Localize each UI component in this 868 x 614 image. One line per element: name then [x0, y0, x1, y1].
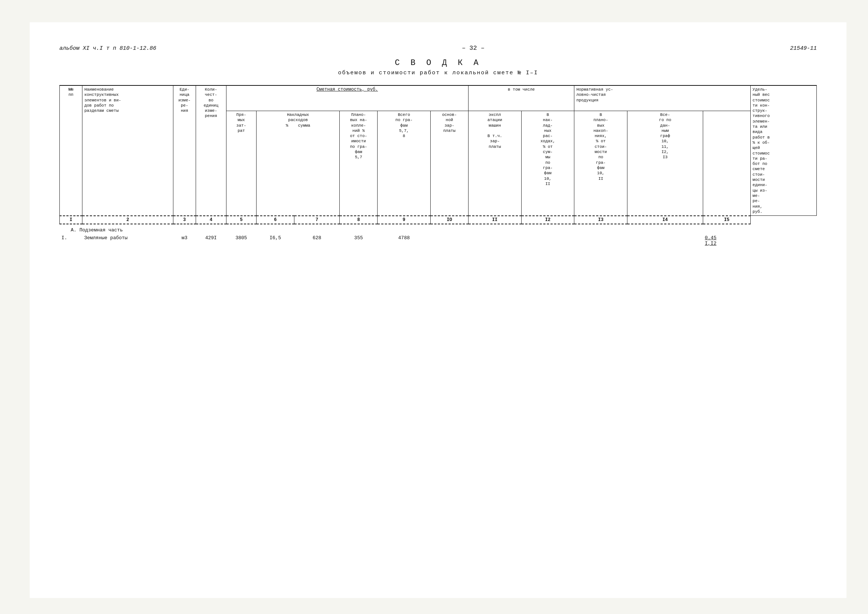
row-unit: м3 — [173, 234, 196, 247]
page: альбом XI ч.I т п 810-1-12.86 – 32 – 215… — [30, 22, 846, 598]
title-block: С В О Д К А объемов и стоимости работ к … — [59, 58, 817, 76]
col-header-in-overhead: Внак-лад-ныхрас-ходах,% отсум-мыпогра-фа… — [521, 111, 574, 215]
col-num-1: I — [60, 216, 82, 224]
title-sub: объемов и стоимости работ к локальной см… — [59, 70, 817, 76]
col-header-qty: Коли-чест-воединицизме-рения — [196, 85, 226, 216]
col-num-14: I4 — [628, 216, 703, 224]
col-header-incl-span: в том числе — [468, 85, 574, 111]
col-header-overhead: Накладныхрасходов% сумма — [257, 111, 340, 215]
col-header-direct: Пря-мыхзат-рат — [226, 111, 257, 215]
header-row-top: №№пп Наименованиеконструктивныхэлементов… — [60, 85, 817, 111]
col-header-unit: Еди-ницаизме-ре-ния — [173, 85, 196, 216]
row-in-planned — [574, 234, 628, 247]
row-base-wage — [431, 234, 468, 247]
bottom-spacer — [60, 247, 817, 359]
row-in-overhead — [521, 234, 574, 247]
row-total: 4788 — [378, 234, 431, 247]
spacer — [60, 247, 751, 359]
title-main: С В О Д К А — [59, 58, 817, 68]
col-header-mach: эксплатациимашинВ т.ч.зар-платы — [468, 111, 521, 215]
col-num-5: 5 — [226, 216, 257, 224]
row-all-data — [628, 234, 703, 247]
table-row: I. Земляные работы м3 429I 3805 I6,5 628… — [60, 234, 817, 247]
col-num-11: II — [468, 216, 521, 224]
col-header-planned: Плано-вых на-копле-ний %от сто-имостипо … — [340, 111, 378, 215]
section-label-a: А. Подземная часть — [60, 224, 751, 234]
col-header-all-data: Все-го подан-нымграф10,11,I2,I3 — [628, 111, 703, 215]
col-num-9: 9 — [378, 216, 431, 224]
header-right: 21549-11 — [790, 45, 817, 51]
header-center: – 32 – — [462, 45, 485, 51]
table-wrapper: №№пп Наименованиеконструктивныхэлементов… — [59, 85, 817, 359]
header-left: альбом XI ч.I т п 810-1-12.86 — [59, 45, 156, 51]
row-qty: 429I — [196, 234, 226, 247]
col-numbers-row: I 2 3 4 5 6 7 8 9 IO II I2 I3 I4 I5 — [60, 216, 817, 224]
section-header-row: А. Подземная часть — [60, 224, 817, 234]
col-header-num: №№пп — [60, 85, 82, 216]
col-header-in-planned: Вплано-выхнакоп-ниях,% отстои-мостипогра… — [574, 111, 628, 215]
row-overhead-pct: I6,5 — [257, 234, 294, 247]
col-header-weight: Удель-ный весстоимости кон-струк-тивного… — [751, 85, 817, 216]
col-num-15: I5 — [703, 216, 750, 224]
col-num-13: I3 — [574, 216, 628, 224]
col-header-name: Наименованиеконструктивныхэлементов и ви… — [82, 85, 174, 216]
col-num-3: 3 — [173, 216, 196, 224]
col-num-8: 8 — [340, 216, 378, 224]
col-header-total: Всегопо гра-фам5,7,8 — [378, 111, 431, 215]
col-header-base-wage: основ-нойзар-платы — [431, 111, 468, 215]
row-name: Земляные работы — [82, 234, 174, 247]
row-overhead-sum: 628 — [294, 234, 340, 247]
col-num-7: 7 — [294, 216, 340, 224]
col-header-smet-span: Сметная стоимость, руб. — [226, 85, 468, 111]
header: альбом XI ч.I т п 810-1-12.86 – 32 – 215… — [59, 45, 817, 51]
row-unit-cost: 0.45I,I2 — [703, 234, 750, 247]
col-num-10: IO — [431, 216, 468, 224]
col-num-4: 4 — [196, 216, 226, 224]
col-num-6: 6 — [257, 216, 294, 224]
col-num-2: 2 — [82, 216, 174, 224]
main-table: №№пп Наименованиеконструктивныхэлементов… — [59, 85, 817, 359]
col-num-12: I2 — [521, 216, 574, 224]
row-planned: 355 — [340, 234, 378, 247]
row-mach — [468, 234, 521, 247]
row-num: I. — [60, 234, 82, 247]
col-header-norm-span: Нормативная ус-ловно-чистаяпродукция — [574, 85, 751, 111]
row-direct: 3805 — [226, 234, 257, 247]
